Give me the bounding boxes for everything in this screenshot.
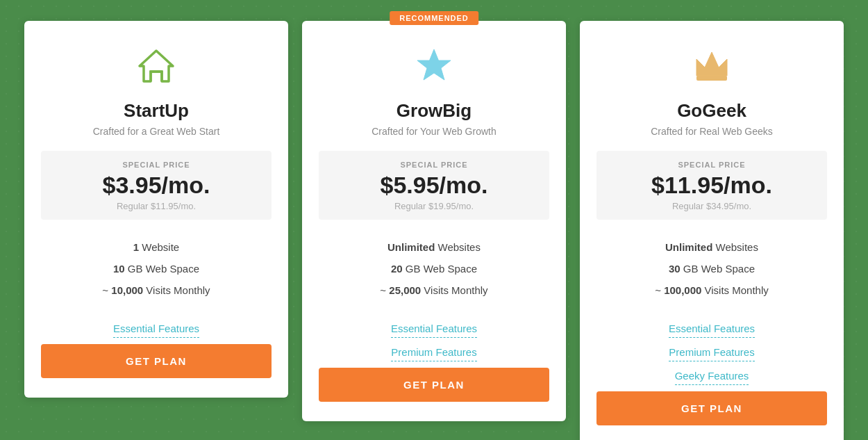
plan-subtitle: Crafted for a Great Web Start [93,126,220,137]
house-icon [132,42,181,90]
plan-name: GrowBig [397,100,471,122]
features-links: Essential FeaturesPremium Features [391,318,477,364]
feature-item: 1 Website [41,236,272,258]
get-plan-button[interactable]: GET PLAN [596,391,827,425]
special-price-label: SPECIAL PRICE [603,161,820,169]
price-box: SPECIAL PRICE $5.95/mo. Regular $19.95/m… [319,151,549,220]
plan-subtitle: Crafted for Your Web Growth [372,126,496,137]
plan-name: GoGeek [677,100,746,122]
price-regular: Regular $19.95/mo. [326,201,542,211]
svg-marker-0 [417,49,451,80]
feature-link[interactable]: Premium Features [391,343,476,361]
get-plan-button[interactable]: GET PLAN [41,344,272,378]
price-main: $3.95/mo. [48,172,265,199]
features-links: Essential Features [113,318,199,340]
feature-item: ~ 100,000 Visits Monthly [596,279,827,301]
feature-link[interactable]: Essential Features [391,320,477,338]
feature-item: 10 GB Web Space [41,258,272,279]
feature-item: ~ 10,000 Visits Monthly [41,279,272,301]
plan-card-growbig: RECOMMENDED GrowBig Crafted for Your Web… [302,21,566,421]
price-main: $11.95/mo. [603,172,820,199]
price-regular: Regular $34.95/mo. [603,201,820,211]
plan-card-gogeek: GoGeek Crafted for Real Web Geeks SPECIA… [580,21,844,440]
price-box: SPECIAL PRICE $11.95/mo. Regular $34.95/… [596,151,827,220]
pricing-section: StartUp Crafted for a Great Web Start SP… [17,14,851,440]
feature-item: 30 GB Web Space [596,258,827,279]
plan-subtitle: Crafted for Real Web Geeks [651,126,773,137]
features-list: Unlimited Websites20 GB Web Space~ 25,00… [319,236,549,301]
feature-item: ~ 25,000 Visits Monthly [319,279,549,301]
feature-link[interactable]: Essential Features [669,320,755,338]
feature-link[interactable]: Essential Features [113,320,199,338]
features-list: Unlimited Websites30 GB Web Space~ 100,0… [596,236,827,301]
features-links: Essential FeaturesPremium FeaturesGeeky … [669,318,755,387]
recommended-badge: RECOMMENDED [390,11,478,25]
crown-icon [687,42,736,90]
features-list: 1 Website10 GB Web Space~ 10,000 Visits … [41,236,272,301]
get-plan-button[interactable]: GET PLAN [319,368,549,402]
feature-item: Unlimited Websites [319,236,549,258]
svg-rect-1 [696,76,727,81]
feature-link[interactable]: Geeky Features [675,367,749,385]
plan-name: StartUp [124,100,189,122]
price-main: $5.95/mo. [326,172,542,199]
price-box: SPECIAL PRICE $3.95/mo. Regular $11.95/m… [41,151,272,220]
special-price-label: SPECIAL PRICE [48,161,265,169]
feature-item: Unlimited Websites [596,236,827,258]
plan-card-startup: StartUp Crafted for a Great Web Start SP… [24,21,288,398]
star-icon [410,42,458,90]
feature-item: 20 GB Web Space [319,258,549,279]
price-regular: Regular $11.95/mo. [48,201,265,211]
special-price-label: SPECIAL PRICE [326,161,542,169]
feature-link[interactable]: Premium Features [669,343,754,361]
